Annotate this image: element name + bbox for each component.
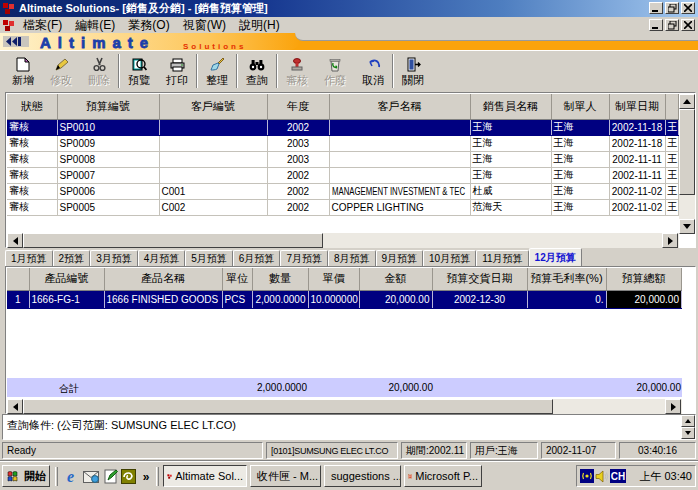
column-header-product-no[interactable]: 產品編號: [29, 268, 104, 290]
cell[interactable]: 王海: [551, 119, 609, 135]
taskbar-divider[interactable]: [156, 467, 159, 486]
compose-page-icon[interactable]: [102, 468, 119, 485]
task-inbox[interactable]: 收件匣 - M...: [250, 465, 321, 487]
cell[interactable]: 1666-FG-1: [29, 290, 104, 308]
cell[interactable]: 1666 FINISHED GOODS: [104, 290, 222, 308]
detail-row-selected[interactable]: 1 1666-FG-1 1666 FINISHED GOODS PCS 2,00…: [7, 290, 682, 308]
cell[interactable]: [329, 151, 470, 167]
query-scroll-up-button[interactable]: [681, 415, 695, 427]
scroll-up-button[interactable]: [679, 94, 695, 109]
cell[interactable]: 王海: [470, 167, 551, 183]
preview-button[interactable]: 預覽: [120, 53, 158, 90]
clock[interactable]: 上午 03:40: [639, 469, 692, 484]
cell[interactable]: 王海: [551, 151, 609, 167]
outlook-icon[interactable]: [120, 468, 137, 485]
budget-row[interactable]: 審核 SP0006 C001 2002 MANAGEMENT INVESTMEN…: [7, 183, 679, 199]
scroll-right-button[interactable]: [665, 399, 681, 414]
tab-month-10[interactable]: 10月預算: [423, 250, 476, 266]
cell[interactable]: 2002: [267, 167, 329, 183]
child-close-button[interactable]: [681, 19, 695, 31]
cell[interactable]: 審核: [7, 167, 57, 183]
cell[interactable]: 王: [665, 135, 679, 151]
cell[interactable]: 王海: [470, 119, 551, 135]
hscroll-thumb[interactable]: [23, 233, 323, 248]
cell[interactable]: 王海: [470, 151, 551, 167]
tab-month-5[interactable]: 5月預算: [185, 250, 233, 266]
column-header-clipped[interactable]: [665, 94, 679, 119]
cell[interactable]: SP0008: [57, 151, 159, 167]
cell[interactable]: SP0006: [57, 183, 159, 199]
cell[interactable]: [329, 135, 470, 151]
column-header-year[interactable]: 年度: [267, 94, 329, 119]
tab-month-11[interactable]: 11月預算: [476, 250, 528, 266]
budget-row[interactable]: 審核 SP0008 2003 王海 王海 2002-11-11 王: [7, 151, 679, 167]
cell[interactable]: C001: [159, 183, 267, 199]
cancel-button[interactable]: 取消: [354, 53, 392, 90]
cell[interactable]: SP0010: [57, 119, 159, 135]
cell[interactable]: [159, 167, 267, 183]
start-button[interactable]: 開始: [2, 465, 50, 487]
scroll-left-button[interactable]: [7, 233, 23, 248]
cell[interactable]: 審核: [7, 151, 57, 167]
mail-icon[interactable]: [82, 468, 99, 485]
tab-month-7[interactable]: 7月預算: [280, 250, 328, 266]
cell[interactable]: 2003: [267, 151, 329, 167]
column-header-amount[interactable]: 金額: [359, 268, 432, 290]
cell[interactable]: 王: [665, 151, 679, 167]
column-header-margin[interactable]: 預算毛利率(%): [527, 268, 606, 290]
column-header-salesperson[interactable]: 銷售員名稱: [470, 94, 551, 119]
column-header-creator[interactable]: 制單人: [551, 94, 609, 119]
cell[interactable]: 2002-11-18: [609, 119, 665, 135]
child-restore-button[interactable]: [665, 19, 679, 31]
cell[interactable]: 2002-11-11: [609, 167, 665, 183]
cell[interactable]: 10.000000: [308, 290, 359, 308]
column-header-quantity[interactable]: 數量: [252, 268, 308, 290]
cell[interactable]: 20,000.00: [359, 290, 432, 308]
cell[interactable]: 王海: [470, 135, 551, 151]
cell[interactable]: 2002: [267, 119, 329, 135]
cell[interactable]: 王海: [551, 199, 609, 215]
hscroll-thumb[interactable]: [23, 399, 553, 414]
column-header-create-date[interactable]: 制單日期: [609, 94, 665, 119]
cell[interactable]: 王海: [551, 183, 609, 199]
close-button[interactable]: [681, 2, 695, 14]
tab-month-3[interactable]: 3月預算: [90, 250, 138, 266]
menu-business[interactable]: 業務(O): [124, 17, 173, 34]
cell[interactable]: 王: [665, 199, 679, 215]
minimize-button[interactable]: [649, 2, 663, 14]
query-scroll-down-button[interactable]: [681, 427, 695, 439]
close-form-button[interactable]: 關閉: [394, 53, 432, 90]
column-header-customer-name[interactable]: 客戶名稱: [329, 94, 470, 119]
taskbar-divider[interactable]: [55, 467, 58, 486]
budget-row[interactable]: 審核 SP0007 2002 王海 王海 2002-11-11 王: [7, 167, 679, 183]
tab-month-9[interactable]: 9月預算: [376, 250, 424, 266]
cell[interactable]: 王海: [551, 135, 609, 151]
cell[interactable]: 王: [665, 167, 679, 183]
cell[interactable]: 2002: [267, 183, 329, 199]
cell[interactable]: 2002: [267, 199, 329, 215]
cell[interactable]: [159, 151, 267, 167]
restore-button[interactable]: [665, 2, 679, 14]
cell[interactable]: 2002-11-02: [609, 199, 665, 215]
query-condition-box[interactable]: 查詢條件: (公司范圍: SUMSUNG ELEC LT.CO): [2, 414, 696, 440]
tab-month-1[interactable]: 1月預算: [5, 250, 53, 266]
child-minimize-button[interactable]: [649, 19, 663, 31]
cell[interactable]: [159, 119, 267, 135]
column-header-unit[interactable]: 單位: [222, 268, 252, 290]
internet-explorer-icon[interactable]: e: [62, 468, 79, 485]
new-button[interactable]: 新增: [4, 53, 42, 90]
focused-cell[interactable]: 20,000.00: [606, 290, 682, 308]
cell[interactable]: 審核: [7, 135, 57, 151]
cell[interactable]: 2002-11-11: [609, 151, 665, 167]
budget-row-selected[interactable]: 審核 SP0010 2002 王海 王海 2002-11-18 王: [7, 119, 679, 135]
task-altimate[interactable]: Altimate Sol...: [163, 465, 247, 487]
speaker-icon[interactable]: [595, 470, 609, 483]
cell[interactable]: SP0005: [57, 199, 159, 215]
organize-button[interactable]: 整理: [198, 53, 236, 90]
cell[interactable]: COPPER LIGHTING: [329, 199, 470, 215]
cell[interactable]: 審核: [7, 199, 57, 215]
column-header-rownum[interactable]: [7, 268, 29, 290]
menu-window[interactable]: 視窗(W): [179, 17, 230, 34]
column-header-budget-no[interactable]: 預算編號: [57, 94, 159, 119]
language-indicator[interactable]: CH: [610, 469, 626, 483]
